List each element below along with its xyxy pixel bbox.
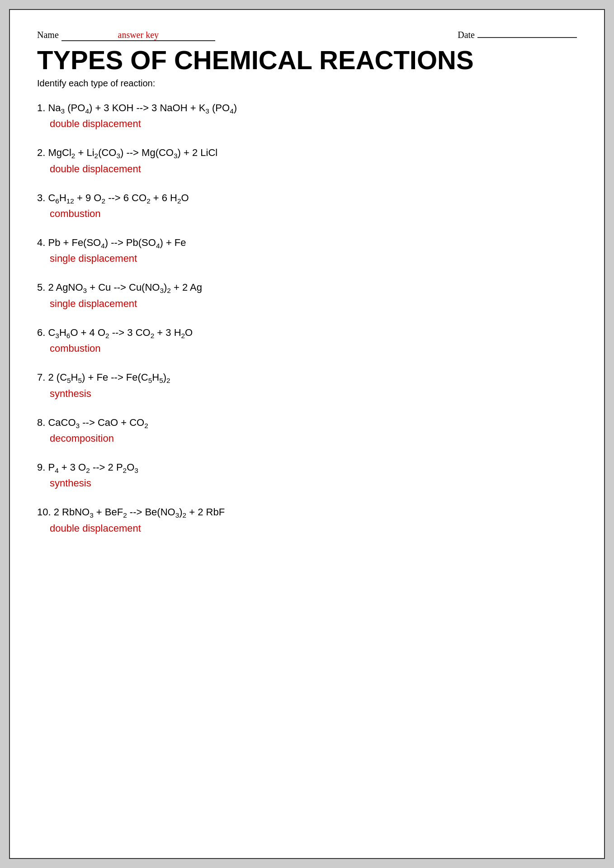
date-section: Date bbox=[458, 28, 577, 40]
question-text-2: 2. MgCl2 + Li2(CO3) --> Mg(CO3) + 2 LiCl bbox=[37, 147, 577, 160]
question-text-3: 3. C6H12 + 9 O2 --> 6 CO2 + 6 H2O bbox=[37, 192, 577, 205]
question-block-9: 9. P4 + 3 O2 --> 2 P2O3synthesis bbox=[37, 462, 577, 489]
answer-text-8: decomposition bbox=[50, 433, 577, 444]
question-text-7: 7. 2 (C5H5) + Fe --> Fe(C5H5)2 bbox=[37, 372, 577, 385]
question-block-1: 1. Na3 (PO4) + 3 KOH --> 3 NaOH + K3 (PO… bbox=[37, 102, 577, 130]
question-block-6: 6. C3H6O + 4 O2 --> 3 CO2 + 3 H2Ocombust… bbox=[37, 327, 577, 354]
question-text-10: 10. 2 RbNO3 + BeF2 --> Be(NO3)2 + 2 RbF bbox=[37, 506, 577, 519]
answer-text-10: double displacement bbox=[50, 523, 577, 534]
answer-text-1: double displacement bbox=[50, 118, 577, 130]
name-section: Name answer key bbox=[37, 30, 215, 41]
question-block-10: 10. 2 RbNO3 + BeF2 --> Be(NO3)2 + 2 RbFd… bbox=[37, 506, 577, 534]
question-block-5: 5. 2 AgNO3 + Cu --> Cu(NO3)2 + 2 Agsingl… bbox=[37, 282, 577, 309]
answer-text-5: single displacement bbox=[50, 298, 577, 310]
question-block-3: 3. C6H12 + 9 O2 --> 6 CO2 + 6 H2Ocombust… bbox=[37, 192, 577, 220]
answer-text-2: double displacement bbox=[50, 163, 577, 175]
answer-text-4: single displacement bbox=[50, 253, 577, 264]
page: Name answer key Date TYPES OF CHEMICAL R… bbox=[9, 9, 605, 859]
answer-text-3: combustion bbox=[50, 208, 577, 220]
question-text-1: 1. Na3 (PO4) + 3 KOH --> 3 NaOH + K3 (PO… bbox=[37, 102, 577, 115]
subtitle: Identify each type of reaction: bbox=[37, 78, 577, 89]
question-text-5: 5. 2 AgNO3 + Cu --> Cu(NO3)2 + 2 Ag bbox=[37, 282, 577, 295]
questions-container: 1. Na3 (PO4) + 3 KOH --> 3 NaOH + K3 (PO… bbox=[37, 102, 577, 534]
question-text-8: 8. CaCO3 --> CaO + CO2 bbox=[37, 417, 577, 430]
question-text-6: 6. C3H6O + 4 O2 --> 3 CO2 + 3 H2O bbox=[37, 327, 577, 340]
question-block-4: 4. Pb + Fe(SO4) --> Pb(SO4) + Fesingle d… bbox=[37, 237, 577, 264]
answer-text-9: synthesis bbox=[50, 477, 577, 489]
answer-key: answer key bbox=[61, 30, 215, 41]
page-title: TYPES OF CHEMICAL REACTIONS bbox=[37, 46, 577, 75]
answer-text-7: synthesis bbox=[50, 388, 577, 400]
question-text-4: 4. Pb + Fe(SO4) --> Pb(SO4) + Fe bbox=[37, 237, 577, 250]
question-block-8: 8. CaCO3 --> CaO + CO2decomposition bbox=[37, 417, 577, 444]
answer-text-6: combustion bbox=[50, 343, 577, 354]
date-label: Date bbox=[458, 30, 475, 40]
question-block-7: 7. 2 (C5H5) + Fe --> Fe(C5H5)2synthesis bbox=[37, 372, 577, 399]
question-text-9: 9. P4 + 3 O2 --> 2 P2O3 bbox=[37, 462, 577, 475]
question-block-2: 2. MgCl2 + Li2(CO3) --> Mg(CO3) + 2 LiCl… bbox=[37, 147, 577, 175]
name-label: Name bbox=[37, 30, 59, 40]
date-line bbox=[477, 28, 577, 38]
header-row: Name answer key Date bbox=[37, 28, 577, 41]
